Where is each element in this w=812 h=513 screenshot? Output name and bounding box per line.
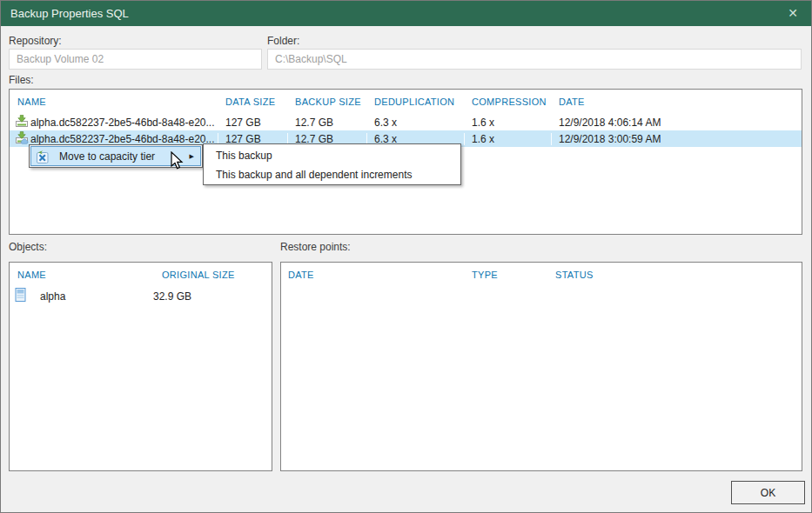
files-label: Files:: [9, 74, 34, 86]
restore-points-header-row: DATE TYPE STATUS: [281, 263, 802, 287]
objects-header-row: NAME ORIGINAL SIZE: [10, 263, 272, 287]
submenu-item-this-backup[interactable]: This backup: [204, 146, 460, 165]
close-icon[interactable]: ✕: [774, 0, 812, 26]
files-col-data-size[interactable]: DATA SIZE: [218, 97, 287, 107]
files-header-row: NAME DATA SIZE BACKUP SIZE DEDUPLICATION…: [10, 90, 802, 114]
folder-label: Folder:: [267, 35, 299, 47]
submenu-item-this-backup-and-increments[interactable]: This backup and all dependent increments: [204, 165, 460, 184]
file-backup-size: 12.7 GB: [287, 117, 366, 129]
file-compression: 1.6 x: [464, 133, 551, 145]
capacity-tier-submenu: This backup This backup and all dependen…: [203, 143, 461, 185]
objects-label: Objects:: [9, 241, 47, 253]
folder-field[interactable]: [267, 49, 802, 70]
dialog-title: Backup Properties SQL: [0, 7, 129, 20]
menu-item-move-to-capacity-tier[interactable]: Move to capacity tier ▶: [30, 146, 201, 166]
backup-file-icon: [15, 114, 29, 130]
objects-col-original-size[interactable]: ORIGINAL SIZE: [154, 270, 272, 280]
file-name: alpha.dc582237-2be5-46bd-8a48-e20...: [30, 117, 215, 129]
files-col-date[interactable]: DATE: [551, 97, 802, 107]
objects-panel: NAME ORIGINAL SIZE alpha 32.9 GB: [9, 262, 272, 471]
restore-points-panel: DATE TYPE STATUS: [280, 262, 802, 471]
restore-points-label: Restore points:: [280, 241, 351, 253]
file-data-size: 127 GB: [218, 117, 287, 129]
objects-col-name[interactable]: NAME: [10, 270, 154, 280]
object-row-alpha[interactable]: alpha 32.9 GB: [10, 287, 272, 305]
titlebar: Backup Properties SQL ✕: [0, 0, 812, 26]
files-col-backup-size[interactable]: BACKUP SIZE: [287, 97, 366, 107]
ok-button[interactable]: OK: [731, 481, 805, 504]
menu-item-label: Move to capacity tier: [59, 150, 155, 163]
files-col-compression[interactable]: COMPRESSION: [464, 97, 551, 107]
capacity-tier-icon: [36, 150, 50, 163]
repository-field[interactable]: [9, 49, 262, 70]
file-row-full-backup[interactable]: alpha.dc582237-2be5-46bd-8a48-e20... 127…: [10, 114, 802, 130]
context-menu: Move to capacity tier ▶: [29, 144, 203, 168]
file-compression: 1.6 x: [464, 117, 551, 129]
backup-file-cloud-icon: [15, 130, 29, 147]
files-col-name[interactable]: NAME: [10, 97, 218, 107]
backup-properties-dialog: Backup Properties SQL ✕ Repository: Fold…: [0, 0, 812, 513]
restore-col-status[interactable]: STATUS: [547, 270, 802, 280]
file-date: 12/9/2018 4:06:14 AM: [551, 117, 802, 129]
file-name: alpha.dc582237-2be5-46bd-8a48-e20...: [30, 133, 215, 145]
file-date: 12/9/2018 3:00:59 AM: [551, 133, 802, 145]
restore-col-type[interactable]: TYPE: [464, 270, 547, 280]
file-dedup: 6.3 x: [366, 117, 464, 129]
submenu-arrow-icon: ▶: [190, 153, 194, 160]
restore-col-date[interactable]: DATE: [281, 270, 464, 280]
files-col-deduplication[interactable]: DEDUPLICATION: [366, 97, 464, 107]
object-name: alpha: [40, 290, 153, 303]
vm-database-icon: [15, 288, 26, 304]
repository-label: Repository:: [9, 35, 62, 47]
object-original-size: 32.9 GB: [153, 290, 191, 303]
